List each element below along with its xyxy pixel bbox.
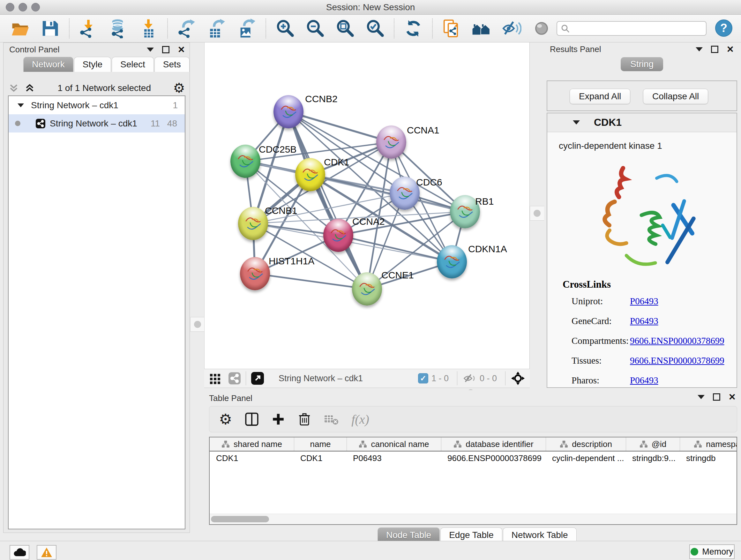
network-options-gear-icon[interactable]: ⚙ [173,82,185,95]
gene-description: cyclin-dependent kinase 1 [559,141,662,151]
column-header-id[interactable]: @id [626,437,680,451]
zoom-in-button[interactable] [272,17,298,40]
panel-float-icon[interactable] [162,46,170,53]
panel-float-icon[interactable] [713,393,720,401]
network-node-CDC25B[interactable] [230,145,260,178]
entry-expander-icon[interactable] [573,120,580,125]
collapse-all-icon[interactable] [8,82,19,94]
tissues-link[interactable]: 9606.ENSP00000378699 [630,355,724,366]
cell-namespace[interactable]: stringdb [680,453,737,463]
table-horizontal-scrollbar[interactable] [210,514,737,524]
tab-network[interactable]: Network [23,57,73,72]
tab-sets[interactable]: Sets [154,57,190,72]
column-header-description[interactable]: description [546,437,626,451]
pharos-link[interactable]: P06493 [630,375,658,386]
cell-shared-name[interactable]: CDK1 [210,453,294,463]
zoom-out-button[interactable] [302,17,328,40]
tab-edge-table[interactable]: Edge Table [441,527,502,543]
expand-all-icon[interactable] [24,82,36,94]
save-session-button[interactable] [37,17,63,40]
collection-expander-icon[interactable] [17,104,24,107]
cell-name[interactable]: CDK1 [294,453,347,463]
right-splitter-handle[interactable] [530,206,544,221]
network-node-CCNB2[interactable] [273,95,304,128]
cell-database-identifier[interactable]: 9606.ENSP00000378699 [441,453,546,463]
tab-node-table[interactable]: Node Table [378,527,440,543]
cloud-status-button[interactable] [10,545,29,560]
network-node-HIST1H1A[interactable] [240,257,270,290]
network-node-CCNE1[interactable] [352,272,382,306]
birdseye-toggle-icon[interactable] [251,372,264,385]
selected-checkbox-icon[interactable]: ✓ [418,373,428,383]
delete-column-trash-icon[interactable] [298,412,311,426]
column-header-database-identifier[interactable]: database identifier [441,437,546,451]
uniprot-link[interactable]: P06493 [630,296,658,307]
network-canvas[interactable]: CCNB2CCNA1CDC25BCDK1CDC6RB1CCNB1CCNA2CDK… [204,43,530,369]
new-network-from-selection-button[interactable] [439,17,465,40]
hide-selection-button[interactable] [498,17,525,40]
tab-select[interactable]: Select [112,57,154,72]
view-share-icon[interactable] [228,372,241,384]
zoom-fit-button[interactable] [332,17,358,40]
show-all-button[interactable] [529,17,555,40]
entry-header[interactable]: CDK1 [547,113,737,132]
grid-layout-icon[interactable] [209,372,221,385]
import-table-file-button[interactable] [135,17,161,40]
panel-close-icon[interactable]: ✕ [729,394,736,400]
help-button[interactable]: ? [715,19,733,38]
show-columns-icon[interactable] [245,412,259,426]
expand-all-button[interactable]: Expand All [569,89,630,104]
create-column-plus-icon[interactable] [272,413,285,426]
left-splitter[interactable] [190,43,204,388]
tab-style[interactable]: Style [74,57,111,72]
cell-canonical-name[interactable]: P06493 [347,453,441,463]
network-node-CCNA2[interactable] [323,219,353,252]
column-header-name[interactable]: name [294,437,347,451]
right-splitter[interactable] [530,43,545,388]
table-row[interactable]: CDK1 CDK1 P06493 9606.ENSP00000378699 cy… [210,451,737,465]
viewbar-separator [457,371,457,385]
export-table-button[interactable] [204,17,230,40]
panel-close-icon[interactable]: ✕ [727,46,734,53]
network-collection-row[interactable]: String Network – cdk1 1 [9,96,185,114]
cell-description[interactable]: cyclin-dependent ... [546,453,626,463]
import-network-file-button[interactable] [75,17,102,40]
panel-menu-icon[interactable] [697,395,704,399]
export-network-button[interactable] [174,17,200,40]
network-row-selected[interactable]: String Network – cdk1 11 48 [9,114,185,132]
column-header-namespace[interactable]: namespace [680,437,737,451]
panel-close-icon[interactable]: ✕ [178,47,185,53]
column-header-canonical-name[interactable]: canonical name [347,437,441,451]
memory-button[interactable]: Memory [689,544,735,559]
tab-string[interactable]: String [621,57,663,71]
zoom-selected-button[interactable] [362,17,388,40]
network-node-CDC6[interactable] [390,177,420,210]
compartments-link[interactable]: 9606.ENSP00000378699 [630,335,724,346]
collapse-all-button[interactable]: Collapse All [643,89,708,104]
export-image-button[interactable] [233,17,260,40]
delete-table-icon[interactable] [324,414,339,425]
genecard-link[interactable]: P06493 [630,316,658,326]
scrollbar-thumb[interactable] [211,516,269,522]
left-splitter-handle[interactable] [190,317,205,332]
network-node-CCNB1[interactable] [238,207,268,240]
network-node-CCNA1[interactable] [376,125,406,159]
first-neighbors-button[interactable] [468,17,495,40]
center-view-crosshair-icon[interactable] [511,371,525,386]
table-options-gear-icon[interactable]: ⚙ [219,413,232,426]
network-node-CDK1[interactable] [295,158,325,191]
panel-float-icon[interactable] [711,46,718,53]
refresh-view-button[interactable] [400,17,426,40]
tab-network-table[interactable]: Network Table [503,527,577,543]
open-session-button[interactable] [7,17,33,40]
import-network-database-button[interactable] [105,17,131,40]
warnings-button[interactable] [37,545,57,560]
search-input[interactable] [556,21,706,36]
panel-menu-icon[interactable] [696,47,703,51]
cell-id[interactable]: stringdb:9... [626,453,680,463]
houses-icon [472,18,491,38]
column-header-shared-name[interactable]: shared name [210,437,294,451]
panel-menu-icon[interactable] [147,48,154,52]
network-node-CDKN1A[interactable] [437,245,467,278]
function-builder-icon[interactable]: f(x) [351,412,369,427]
